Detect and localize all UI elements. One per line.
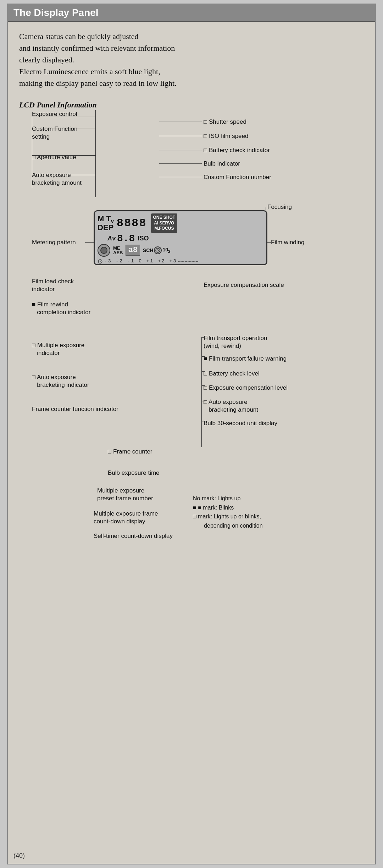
lcd-iso: ISO xyxy=(138,235,149,242)
page-title: The Display Panel xyxy=(13,7,370,18)
label-film-rewind-completion: ■ Film rewind completion indicator xyxy=(32,301,90,316)
label-film-transport-operation: Film transport operation(wind, rewind) xyxy=(204,334,267,350)
page-header: The Display Panel xyxy=(8,4,375,22)
label-exposure-compensation-level: □ Exposure compensation level xyxy=(204,384,288,392)
label-custom-function: Custom Functionsetting xyxy=(32,125,78,141)
label-auto-exposure-bracketing-amount: □ Auto exposure bracketing amount xyxy=(204,398,258,414)
lcd-metering-icon xyxy=(98,244,110,257)
label-film-transport-failure: ■ Film transport failure warning xyxy=(204,355,287,363)
label-battery-check-level: □ Battery check level xyxy=(204,370,260,378)
label-auto-exposure-bracketing-indicator: □ Auto exposure bracketing indicator xyxy=(32,373,89,389)
label-shutter-speed: □ Shutter speed xyxy=(204,118,246,126)
label-multiple-exposure-countdown: Multiple exposure framecount-down displa… xyxy=(94,510,158,525)
lcd-oneshot-box: ONE SHOT AI SERVO M.FOCUS xyxy=(151,213,178,233)
label-custom-function-number: Custom Function number xyxy=(204,173,271,181)
lcd-clock-icon xyxy=(154,246,162,254)
legend-no-mark: No mark: Lights up xyxy=(193,494,263,503)
lcd-mode-top: M Tv xyxy=(98,215,114,224)
lcd-section-title: LCD Panel Information xyxy=(19,100,364,110)
page-content: Camera status can be quickly adjusted an… xyxy=(8,22,375,783)
label-frame-counter: □ Frame counter xyxy=(108,448,152,456)
page: The Display Panel Camera status can be q… xyxy=(7,4,376,864)
label-multiple-exposure-preset: Multiple exposurepreset frame number xyxy=(97,487,153,502)
page-number: (40) xyxy=(13,852,25,859)
lcd-av: Av xyxy=(107,235,116,242)
lcd-frame-box: a8 xyxy=(126,245,140,256)
lcd-me: ME xyxy=(113,246,123,250)
label-exposure-compensation-scale: Exposure compensation scale xyxy=(204,281,284,289)
intro-text: Camera status can be quickly adjusted an… xyxy=(19,30,364,89)
label-multiple-exposure-indicator: □ Multiple exposure indicator xyxy=(32,341,84,357)
lcd-mode-bottom: DEP xyxy=(98,224,114,232)
label-auto-exposure-bracketing: Auto exposurebracketing amount xyxy=(32,171,82,187)
lcd-display: M Tv DEP 8888 ONE SHOT AI SERVO M.FOCUS … xyxy=(94,210,267,265)
legend-box-mark: □ mark: Lights up or blinks, depending o… xyxy=(193,512,263,530)
label-battery-check-indicator: □ Battery check indicator xyxy=(204,146,270,154)
diagram-container: LCD Panel Information Exposure control C… xyxy=(19,100,364,774)
label-film-winding: Film winding xyxy=(271,239,304,246)
label-frame-counter-function: Frame counter function indicator xyxy=(32,405,118,413)
legend-square-mark: ■ ■ mark: Blinks xyxy=(193,503,263,512)
label-iso-film-speed: □ ISO film speed xyxy=(204,132,248,140)
label-self-timer: Self-timer count-down display xyxy=(94,532,173,540)
lcd-aeb: AEB xyxy=(113,250,123,255)
label-metering-pattern: Metering pattern xyxy=(32,239,76,246)
lcd-numbers: 8888 xyxy=(117,217,147,230)
lcd-sch-group: SCH 102 xyxy=(143,246,171,254)
label-bulb-30-second: Bulb 30-second unit display xyxy=(204,419,277,427)
label-aperture-value: □ Aperture value xyxy=(32,154,76,161)
label-film-load-check: Film load checkindicator xyxy=(32,278,74,293)
legend: No mark: Lights up ■ ■ mark: Blinks □ ma… xyxy=(193,494,263,530)
label-bulb-indicator: Bulb indicator xyxy=(204,160,240,168)
lcd-aperture: 8.8 xyxy=(117,233,135,244)
label-bulb-exposure-time: Bulb exposure time xyxy=(108,469,160,477)
label-focusing: Focusing xyxy=(267,203,292,211)
